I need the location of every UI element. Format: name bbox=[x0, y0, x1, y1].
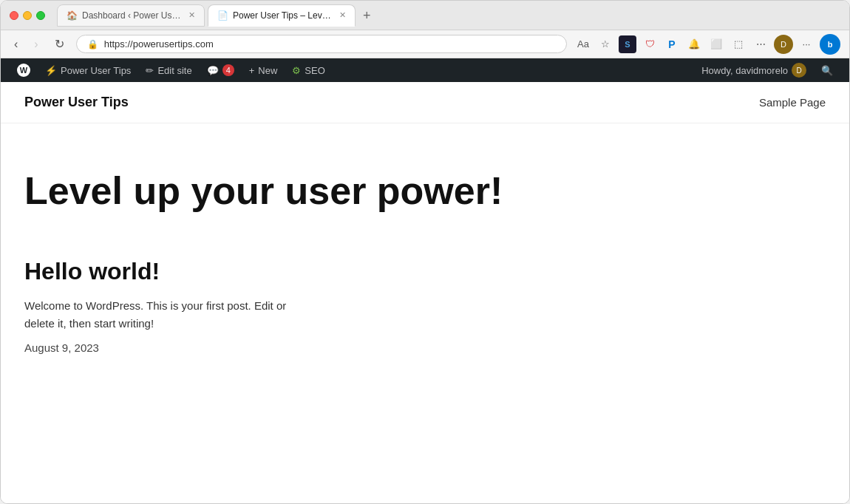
wp-edit-site-label: Edit site bbox=[157, 65, 191, 76]
seo-icon: ⚙ bbox=[292, 65, 301, 76]
wp-site-name[interactable]: ⚡ Power User Tips bbox=[38, 58, 138, 82]
minimize-button[interactable] bbox=[23, 11, 32, 20]
comments-icon: 💬 bbox=[207, 65, 219, 76]
post-date: August 9, 2023 bbox=[24, 341, 826, 354]
wp-search-icon[interactable]: 🔍 bbox=[814, 58, 840, 82]
apps-icon[interactable]: ⋯ bbox=[752, 35, 769, 53]
title-bar: 🏠 Dashboard ‹ Power User Tips - ✕ 📄 Powe… bbox=[1, 1, 849, 30]
site-nav-links: Sample Page bbox=[759, 96, 826, 109]
wp-seo[interactable]: ⚙ SEO bbox=[285, 58, 332, 82]
more-options-icon[interactable]: ··· bbox=[798, 35, 815, 53]
wp-howdy[interactable]: Howdy, davidmorelo D bbox=[694, 58, 814, 82]
bing-icon[interactable]: b bbox=[820, 34, 840, 55]
tab2-label: Power User Tips – Level up yo… bbox=[233, 10, 332, 21]
collections-icon[interactable]: ⬚ bbox=[730, 35, 747, 53]
s-extension-icon[interactable]: S bbox=[619, 35, 636, 53]
user-avatar[interactable]: D bbox=[774, 35, 793, 54]
wp-admin-bar: W ⚡ Power User Tips ✏ Edit site 💬 4 + Ne… bbox=[1, 58, 849, 82]
post-title[interactable]: Hello world! bbox=[24, 258, 826, 285]
maximize-button[interactable] bbox=[36, 11, 45, 20]
bell-extension-icon[interactable]: 🔔 bbox=[685, 35, 703, 53]
post-entry-1: Hello world! Welcome to WordPress. This … bbox=[24, 258, 826, 354]
browser-actions: Aa ☆ S 🛡 P 🔔 ⬜ ⬚ ⋯ D ··· b bbox=[574, 34, 840, 55]
tab2-close-icon[interactable]: ✕ bbox=[339, 10, 346, 20]
traffic-lights bbox=[10, 11, 45, 20]
site-navigation: Power User Tips Sample Page bbox=[1, 82, 849, 123]
browser-tab-1[interactable]: 🏠 Dashboard ‹ Power User Tips - ✕ bbox=[57, 4, 205, 27]
url-bar[interactable]: 🔒 https://powerusertips.com bbox=[76, 35, 567, 53]
url-text: https://powerusertips.com bbox=[104, 38, 556, 50]
wp-new[interactable]: + New bbox=[242, 58, 285, 82]
translate-icon[interactable]: Aa bbox=[574, 35, 592, 53]
refresh-button[interactable]: ↻ bbox=[50, 35, 69, 52]
lock-icon: 🔒 bbox=[87, 39, 98, 50]
search-icon: 🔍 bbox=[821, 65, 833, 76]
wp-seo-label: SEO bbox=[305, 65, 324, 76]
page-hero: Level up your user power! bbox=[24, 168, 826, 214]
wp-user-avatar: D bbox=[792, 63, 806, 78]
new-icon: + bbox=[249, 65, 255, 76]
page-content: Level up your user power! Hello world! W… bbox=[1, 123, 849, 503]
p-extension-icon[interactable]: P bbox=[663, 35, 681, 53]
forward-button[interactable]: › bbox=[30, 36, 42, 52]
back-button[interactable]: ‹ bbox=[10, 36, 22, 52]
wordpress-logo: W bbox=[17, 64, 30, 77]
sidebar-icon[interactable]: ⬜ bbox=[707, 35, 725, 53]
browser-tab-2[interactable]: 📄 Power User Tips – Level up yo… ✕ bbox=[208, 4, 356, 27]
nav-sample-page[interactable]: Sample Page bbox=[759, 96, 826, 109]
shield-extension-icon[interactable]: 🛡 bbox=[641, 35, 659, 53]
close-button[interactable] bbox=[10, 11, 18, 20]
wp-edit-site[interactable]: ✏ Edit site bbox=[138, 58, 199, 82]
comments-badge: 4 bbox=[222, 64, 234, 76]
tab1-close-icon[interactable]: ✕ bbox=[188, 10, 195, 20]
tab2-favicon: 📄 bbox=[217, 10, 228, 21]
edit-icon: ✏ bbox=[146, 65, 154, 76]
page-heading: Level up your user power! bbox=[24, 168, 826, 214]
tab1-favicon: 🏠 bbox=[67, 10, 78, 21]
tab-area: 🏠 Dashboard ‹ Power User Tips - ✕ 📄 Powe… bbox=[57, 4, 840, 27]
wp-logo-item[interactable]: W bbox=[10, 58, 38, 82]
address-bar: ‹ › ↻ 🔒 https://powerusertips.com Aa ☆ S… bbox=[1, 30, 849, 58]
wp-new-label: New bbox=[258, 65, 277, 76]
wp-comments[interactable]: 💬 4 bbox=[200, 58, 242, 82]
wp-site-name-label: Power User Tips bbox=[61, 65, 131, 76]
wp-admin-right: Howdy, davidmorelo D 🔍 bbox=[694, 58, 840, 82]
site-logo[interactable]: Power User Tips bbox=[24, 95, 129, 110]
post-excerpt: Welcome to WordPress. This is your first… bbox=[24, 297, 305, 333]
favorites-icon[interactable]: ☆ bbox=[596, 35, 614, 53]
howdy-label: Howdy, davidmorelo bbox=[701, 65, 788, 76]
browser-window: 🏠 Dashboard ‹ Power User Tips - ✕ 📄 Powe… bbox=[0, 0, 850, 504]
wp-site-icon: ⚡ bbox=[45, 65, 57, 76]
tab1-label: Dashboard ‹ Power User Tips - bbox=[82, 10, 181, 21]
new-tab-button[interactable]: + bbox=[358, 9, 375, 22]
